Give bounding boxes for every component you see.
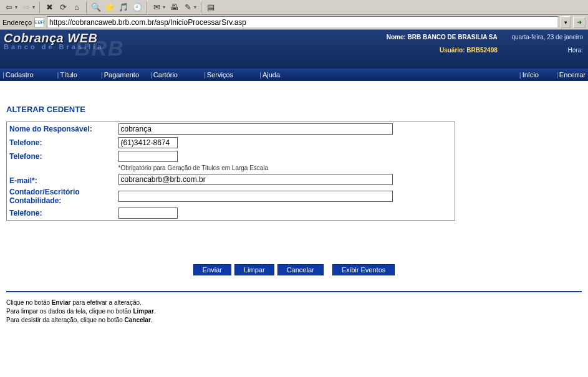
- menu-pagamento[interactable]: |Pagamento: [99, 69, 142, 81]
- discuss-icon[interactable]: ▤: [205, 1, 217, 14]
- divider: [6, 291, 582, 292]
- menu-encerrar[interactable]: |Encerrar: [554, 69, 588, 81]
- separator: [201, 2, 201, 13]
- menu-ajuda[interactable]: |Ajuda: [257, 69, 282, 81]
- cancelar-button[interactable]: Cancelar: [277, 264, 324, 275]
- page-icon: EBR: [34, 17, 44, 27]
- telefone1-label: Telefone:: [7, 136, 116, 150]
- menu-label: Ajuda: [263, 71, 280, 79]
- favorites-icon[interactable]: ⭐: [104, 1, 116, 14]
- go-button[interactable]: ➜: [573, 17, 586, 28]
- mail-icon[interactable]: ✉: [150, 1, 163, 14]
- enviar-button[interactable]: Enviar: [193, 264, 231, 275]
- menu-titulo[interactable]: |Título: [55, 69, 80, 81]
- menu-label: Início: [523, 71, 539, 79]
- menu-label: Encerrar: [559, 71, 586, 79]
- edit-icon[interactable]: ✎: [181, 1, 194, 14]
- browser-toolbar: ⇦▾ ⇨▾ ✖ ⟳ ⌂ 🔍 ⭐ 🎵 🕘 ✉▾ 🖶 ✎▾ ▤: [0, 0, 588, 15]
- instruction-bold: Cancelar: [125, 317, 151, 323]
- instruction-text: Para desistir da alteração, clique no bo…: [6, 317, 125, 323]
- limpar-button[interactable]: Limpar: [234, 264, 274, 275]
- instruction-text: .: [151, 317, 153, 323]
- telefone1-input[interactable]: [118, 137, 178, 148]
- menu-cartorio[interactable]: |Cartório: [148, 69, 180, 81]
- nome-value: BRB BANCO DE BRASILIA SA: [408, 34, 498, 41]
- instruction-bold: Enviar: [52, 299, 71, 306]
- back-icon[interactable]: ⇦: [2, 1, 15, 14]
- instructions-block: Clique no botão Enviar para efetivar a a…: [6, 298, 582, 325]
- instruction-line: Clique no botão Enviar para efetivar a a…: [6, 298, 582, 307]
- form-table: Nome do Responsável: Telefone: Telefone:…: [6, 122, 455, 221]
- header-banner: Cobrança WEB Banco de Brasília BRB Nome:…: [0, 30, 588, 69]
- instruction-text: .: [154, 308, 156, 315]
- email-hint: *Obrigatório para Geração de Titulos em …: [116, 163, 455, 173]
- menu-label: Cadastro: [6, 71, 34, 79]
- page-content: ALTERAR CEDENTE Nome do Responsável: Tel…: [0, 81, 588, 330]
- email-input[interactable]: [118, 174, 393, 185]
- separator: [39, 2, 40, 13]
- telefone2-label: Telefone:: [7, 150, 116, 163]
- contador-input[interactable]: [118, 191, 393, 202]
- history-icon[interactable]: 🕘: [131, 1, 143, 14]
- separator: [147, 2, 147, 13]
- instruction-line: Para limpar os dados da tela, clique no …: [6, 307, 582, 316]
- instruction-text: Clique no botão: [6, 299, 52, 306]
- menu-cadastro[interactable]: |Cadastro: [0, 69, 36, 81]
- print-icon[interactable]: 🖶: [168, 1, 180, 14]
- mail-dropdown-icon[interactable]: ▾: [163, 4, 165, 10]
- menu-label: Cartório: [153, 71, 178, 79]
- button-row: Enviar Limpar Cancelar Exibir Eventos: [6, 264, 582, 275]
- instruction-line: Para desistir da alteração, clique no bo…: [6, 316, 582, 325]
- telefone3-label: Telefone:: [7, 206, 116, 221]
- address-input[interactable]: [47, 16, 558, 28]
- search-icon[interactable]: 🔍: [90, 1, 102, 14]
- address-label: Endereço: [2, 19, 32, 26]
- instruction-text: para efetivar a alteração.: [70, 299, 141, 306]
- stop-icon[interactable]: ✖: [43, 1, 55, 14]
- edit-dropdown-icon[interactable]: ▾: [194, 4, 196, 10]
- instruction-bold: Limpar: [133, 308, 153, 315]
- menu-label: Serviços: [207, 71, 233, 79]
- responsavel-input[interactable]: [118, 123, 393, 135]
- menu-bar: |Cadastro |Título |Pagamento |Cartório |…: [0, 69, 588, 81]
- section-title: ALTERAR CEDENTE: [6, 105, 582, 114]
- home-icon[interactable]: ⌂: [70, 1, 83, 14]
- menu-label: Título: [60, 71, 77, 79]
- separator: [86, 2, 87, 13]
- hora-label: Hora:: [568, 47, 583, 54]
- app-subtitle: Banco de Brasília: [4, 43, 104, 50]
- telefone2-input[interactable]: [118, 151, 178, 162]
- email-label: E-mail*:: [7, 163, 116, 186]
- address-dropdown-icon[interactable]: ▾: [561, 16, 571, 28]
- refresh-icon[interactable]: ⟳: [57, 1, 69, 14]
- usuario-value: BRB52498: [466, 47, 497, 54]
- contador-label: Contador/Escritório Contabilidade:: [7, 186, 116, 206]
- media-icon[interactable]: 🎵: [117, 1, 130, 14]
- menu-servicos[interactable]: |Serviços: [201, 69, 236, 81]
- usuario-label: Usuário:: [440, 47, 465, 54]
- responsavel-label: Nome do Responsável:: [7, 122, 116, 136]
- address-bar: Endereço EBR ▾ ➜: [0, 15, 588, 30]
- forward-dropdown-icon[interactable]: ▾: [32, 4, 35, 10]
- instruction-text: Para limpar os dados da tela, clique no …: [6, 308, 133, 315]
- date-text: quarta-feira, 23 de janeiro: [511, 34, 583, 41]
- menu-inicio[interactable]: |Início: [517, 69, 541, 81]
- exibir-eventos-button[interactable]: Exibir Eventos: [332, 264, 395, 275]
- nome-label: Nome:: [387, 34, 406, 41]
- forward-icon: ⇨: [20, 1, 32, 14]
- telefone3-input[interactable]: [118, 208, 178, 219]
- menu-label: Pagamento: [104, 71, 139, 79]
- back-dropdown-icon[interactable]: ▾: [15, 4, 17, 10]
